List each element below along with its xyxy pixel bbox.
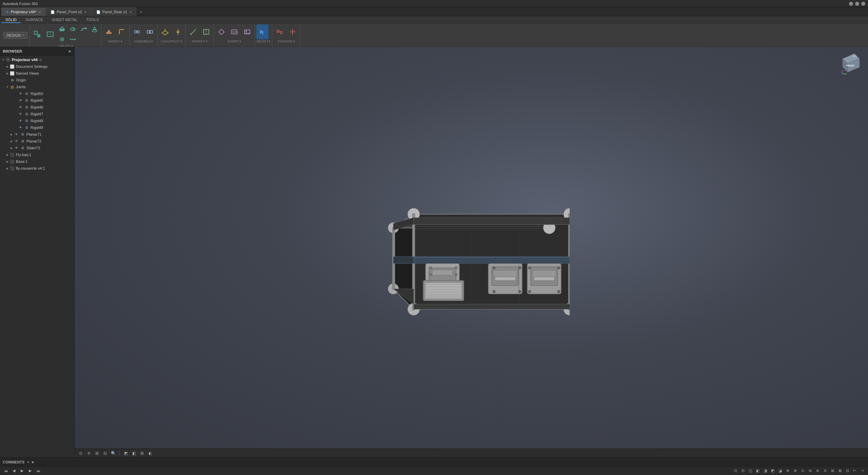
tab-projecteur[interactable]: ⚙ Projecteur v44* ✕ xyxy=(1,7,45,16)
tree-rigid46[interactable]: 👁 ⚙ Rigid46 xyxy=(0,104,74,111)
tab-panel-rear[interactable]: 📄 Panel_Rear v1 ✕ xyxy=(92,7,136,16)
rigid47-eye-icon[interactable]: 👁 xyxy=(18,111,23,117)
pan-btn[interactable]: ✛ xyxy=(85,450,92,457)
play-next-end-btn[interactable]: ⏭ xyxy=(35,468,41,474)
create-hole-btn[interactable] xyxy=(57,35,67,44)
timeline-btn-18[interactable]: ⊣ xyxy=(859,468,865,474)
tree-rigid49[interactable]: 👁 ⚙ Rigid49 xyxy=(0,124,74,131)
appearance-btn[interactable]: ◩ xyxy=(122,450,129,457)
tree-fly-couvercle[interactable]: ▶ ⬛ fly-couvercle v4:1 xyxy=(0,165,74,172)
tree-joints[interactable]: ▼ ▤ Joints xyxy=(0,83,74,90)
doc-settings-expand[interactable]: ▶ xyxy=(5,64,9,69)
ws-tab-sheet-metal[interactable]: SHEET METAL xyxy=(48,17,81,23)
position-move-btn[interactable] xyxy=(287,24,299,39)
minimize-button[interactable] xyxy=(849,2,853,6)
tree-rigid48[interactable]: 👁 ⚙ Rigid48 xyxy=(0,117,74,124)
timeline-btn-13[interactable]: ⊝ xyxy=(822,468,828,474)
tree-planar71[interactable]: ▶ 👁 ⚙ Planar71 xyxy=(0,131,74,138)
tree-rigid50[interactable]: 👁 ⚙ Rigid50 xyxy=(0,90,74,97)
design-dropdown[interactable]: DESIGN ▼ xyxy=(3,32,27,39)
timeline-btn-5[interactable]: ◨ xyxy=(762,468,768,474)
orbit-btn[interactable]: ⊙ xyxy=(77,450,84,457)
tree-slider73[interactable]: ▶ 👁 ⚙ Slider73 xyxy=(0,145,74,151)
viewport[interactable]: FRONT Z+ ⊙ ✛ ⊞ ⊟ 🔍 ◩ ◧ ⊞ ◐ xyxy=(75,47,868,457)
nav-cube[interactable]: FRONT Z+ xyxy=(837,50,865,77)
slider73-eye-icon[interactable]: 👁 xyxy=(14,145,19,151)
assemble-rigid-btn[interactable] xyxy=(144,24,156,39)
create-new-component-btn[interactable] xyxy=(31,27,43,42)
timeline-btn-1[interactable]: ⊡ xyxy=(732,468,738,474)
tab-panel-front[interactable]: 📄 Panel_Front v2 ✕ xyxy=(46,7,91,16)
insert-svg-btn[interactable]: SVG xyxy=(228,24,240,39)
construct-plane-btn[interactable] xyxy=(159,24,171,39)
tree-named-views[interactable]: ▶ ⬜ Named Views xyxy=(0,70,74,77)
create-revolve-btn[interactable] xyxy=(68,24,78,34)
play-next-btn[interactable]: ▶ xyxy=(27,468,33,474)
timeline-btn-15[interactable]: ⊠ xyxy=(837,468,843,474)
root-settings-icon[interactable]: ⚙ xyxy=(39,58,42,62)
insert-image-btn[interactable] xyxy=(241,24,253,39)
close-tab-panel-rear[interactable]: ✕ xyxy=(129,10,132,14)
rigid48-eye-icon[interactable]: 👁 xyxy=(18,118,23,124)
tree-base[interactable]: ▶ ⬛ Base:1 xyxy=(0,158,74,165)
modify-fillet-btn[interactable] xyxy=(116,24,128,39)
rigid46-eye-icon[interactable]: 👁 xyxy=(18,104,23,110)
comments-arrow-icon[interactable]: ▶ xyxy=(32,460,35,464)
ws-tab-surface[interactable]: SURFACE xyxy=(21,17,47,23)
timeline-btn-14[interactable]: ⊞ xyxy=(829,468,835,474)
timeline-btn-10[interactable]: ⊙ xyxy=(800,468,806,474)
construct-axis-btn[interactable] xyxy=(172,24,184,39)
fly-couvercle-expand[interactable]: ▶ xyxy=(5,166,9,170)
timeline-btn-8[interactable]: ⊕ xyxy=(785,468,791,474)
zoom-level-btn[interactable]: 🔍 xyxy=(110,450,117,457)
close-tab-projecteur[interactable]: ✕ xyxy=(38,10,41,14)
timeline-btn-2[interactable]: ⊟ xyxy=(740,468,746,474)
add-tab-button[interactable]: + xyxy=(137,7,145,16)
browser-expand-icon[interactable]: ▶ xyxy=(69,49,72,53)
visual-style-btn[interactable]: ◧ xyxy=(131,450,137,457)
create-loft-btn[interactable] xyxy=(90,24,100,34)
create-extrude-btn[interactable] xyxy=(57,24,67,34)
insert-mesh-btn[interactable] xyxy=(215,24,228,39)
ws-tab-solid[interactable]: SOLID xyxy=(1,17,21,23)
create-sketch-btn[interactable] xyxy=(44,27,56,42)
timeline-btn-9[interactable]: ⊗ xyxy=(792,468,798,474)
named-views-expand[interactable]: ▶ xyxy=(5,71,9,75)
zoom-window-btn[interactable]: ⊟ xyxy=(102,450,108,457)
create-sweep-btn[interactable] xyxy=(79,24,89,34)
tree-origin[interactable]: ⊕ Origin xyxy=(0,77,74,83)
comments-expand-icon[interactable]: ● xyxy=(27,460,29,464)
fly-bas-expand[interactable]: ▶ xyxy=(5,153,9,157)
zoom-fit-btn[interactable]: ⊞ xyxy=(94,450,100,457)
timeline-btn-11[interactable]: ⊛ xyxy=(807,468,813,474)
close-button[interactable] xyxy=(861,2,865,6)
grid-btn[interactable]: ⊞ xyxy=(139,450,145,457)
planar72-eye-icon[interactable]: 👁 xyxy=(14,138,19,144)
timeline-btn-4[interactable]: ◧ xyxy=(755,468,761,474)
tree-rigid47[interactable]: 👁 ⚙ Rigid47 xyxy=(0,111,74,117)
tree-rigid45[interactable]: 👁 ⚙ Rigid45 xyxy=(0,97,74,104)
timeline-btn-16[interactable]: ⊡ xyxy=(844,468,850,474)
base-expand[interactable]: ▶ xyxy=(5,159,9,164)
maximize-button[interactable] xyxy=(855,2,859,6)
planar71-eye-icon[interactable]: 👁 xyxy=(14,132,19,137)
modify-press-pull-btn[interactable] xyxy=(103,24,115,39)
close-tab-panel-front[interactable]: ✕ xyxy=(84,10,87,14)
timeline-btn-7[interactable]: ◪ xyxy=(777,468,783,474)
ws-tab-tools[interactable]: TOOLS xyxy=(82,17,103,23)
rigid45-eye-icon[interactable]: 👁 xyxy=(18,98,23,103)
joints-expand[interactable]: ▼ xyxy=(5,85,9,89)
position-align-btn[interactable] xyxy=(274,24,286,39)
rigid50-eye-icon[interactable]: 👁 xyxy=(18,91,23,96)
tree-doc-settings[interactable]: ▶ ⬜ Document Settings xyxy=(0,63,74,70)
shadow-btn[interactable]: ◐ xyxy=(147,450,154,457)
create-more-btn[interactable] xyxy=(68,35,78,44)
inspect-section-btn[interactable] xyxy=(200,24,212,39)
root-expand-icon[interactable]: ▼ xyxy=(1,58,5,62)
select-tool-btn[interactable] xyxy=(256,24,269,39)
tree-planar72[interactable]: ▶ 👁 ⚙ Planar72 xyxy=(0,138,74,145)
assemble-joint-btn[interactable] xyxy=(131,24,143,39)
slider73-expand[interactable]: ▶ xyxy=(9,146,14,150)
inspect-measure-btn[interactable] xyxy=(187,24,199,39)
origin-expand[interactable] xyxy=(5,78,9,82)
